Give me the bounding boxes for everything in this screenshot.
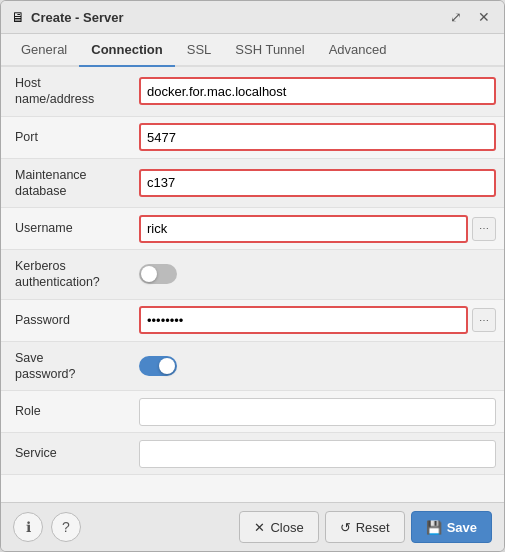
save-password-row: Savepassword? bbox=[1, 342, 504, 392]
kerberos-toggle[interactable] bbox=[139, 264, 177, 284]
username-extra-button[interactable]: ⋯ bbox=[472, 217, 496, 241]
service-input[interactable] bbox=[139, 440, 496, 468]
password-label: Password bbox=[1, 304, 131, 336]
maintenance-db-field bbox=[131, 163, 504, 203]
save-password-label: Savepassword? bbox=[1, 342, 131, 391]
username-row: Username ⋯ bbox=[1, 208, 504, 250]
port-field bbox=[131, 117, 504, 157]
port-row: Port bbox=[1, 117, 504, 159]
role-row: Role bbox=[1, 391, 504, 433]
footer: ℹ ? ✕ Close ↺ Reset 💾 Save bbox=[1, 502, 504, 551]
port-label: Port bbox=[1, 121, 131, 153]
tab-general[interactable]: General bbox=[9, 34, 79, 67]
kerberos-toggle-knob bbox=[141, 266, 157, 282]
footer-right: ✕ Close ↺ Reset 💾 Save bbox=[239, 511, 492, 543]
maintenance-db-label: Maintenancedatabase bbox=[1, 159, 131, 208]
tab-advanced[interactable]: Advanced bbox=[317, 34, 399, 67]
create-server-window: 🖥 Create - Server ⤢ ✕ General Connection… bbox=[0, 0, 505, 552]
maintenance-db-input[interactable] bbox=[139, 169, 496, 197]
save-password-field bbox=[131, 350, 504, 382]
port-input[interactable] bbox=[139, 123, 496, 151]
close-window-button[interactable]: ✕ bbox=[474, 7, 494, 27]
service-label: Service bbox=[1, 437, 131, 469]
role-label: Role bbox=[1, 395, 131, 427]
service-field bbox=[131, 434, 504, 474]
username-field: ⋯ bbox=[131, 209, 504, 249]
role-input[interactable] bbox=[139, 398, 496, 426]
reset-label: Reset bbox=[356, 520, 390, 535]
title-bar: 🖥 Create - Server ⤢ ✕ bbox=[1, 1, 504, 34]
tab-ssh-tunnel[interactable]: SSH Tunnel bbox=[223, 34, 316, 67]
username-label: Username bbox=[1, 212, 131, 244]
kerberos-row: Kerberosauthentication? bbox=[1, 250, 504, 300]
host-input[interactable] bbox=[139, 77, 496, 105]
maximize-button[interactable]: ⤢ bbox=[446, 7, 466, 27]
password-field: ⋯ bbox=[131, 300, 504, 340]
close-label: Close bbox=[270, 520, 303, 535]
password-input[interactable] bbox=[139, 306, 468, 334]
username-input[interactable] bbox=[139, 215, 468, 243]
maintenance-db-row: Maintenancedatabase bbox=[1, 159, 504, 209]
footer-left: ℹ ? bbox=[13, 512, 81, 542]
tab-connection[interactable]: Connection bbox=[79, 34, 175, 67]
password-extra-button[interactable]: ⋯ bbox=[472, 308, 496, 332]
close-icon: ✕ bbox=[254, 520, 265, 535]
role-field bbox=[131, 392, 504, 432]
tab-bar: General Connection SSL SSH Tunnel Advanc… bbox=[1, 34, 504, 67]
save-icon: 💾 bbox=[426, 520, 442, 535]
window-icon: 🖥 bbox=[11, 9, 25, 25]
kerberos-field bbox=[131, 258, 504, 290]
save-button[interactable]: 💾 Save bbox=[411, 511, 492, 543]
info-button[interactable]: ℹ bbox=[13, 512, 43, 542]
save-password-toggle[interactable] bbox=[139, 356, 177, 376]
close-button[interactable]: ✕ Close bbox=[239, 511, 318, 543]
tab-ssl[interactable]: SSL bbox=[175, 34, 224, 67]
window-title: Create - Server bbox=[31, 10, 124, 25]
kerberos-label: Kerberosauthentication? bbox=[1, 250, 131, 299]
service-row: Service bbox=[1, 433, 504, 475]
reset-icon: ↺ bbox=[340, 520, 351, 535]
save-label: Save bbox=[447, 520, 477, 535]
host-field bbox=[131, 71, 504, 111]
help-button[interactable]: ? bbox=[51, 512, 81, 542]
title-bar-left: 🖥 Create - Server bbox=[11, 9, 124, 25]
host-row: Hostname/address bbox=[1, 67, 504, 117]
form-content: Hostname/address Port Maintenancedatabas… bbox=[1, 67, 504, 502]
title-bar-controls: ⤢ ✕ bbox=[446, 7, 494, 27]
password-row: Password ⋯ bbox=[1, 300, 504, 342]
host-label: Hostname/address bbox=[1, 67, 131, 116]
save-password-toggle-knob bbox=[159, 358, 175, 374]
reset-button[interactable]: ↺ Reset bbox=[325, 511, 405, 543]
